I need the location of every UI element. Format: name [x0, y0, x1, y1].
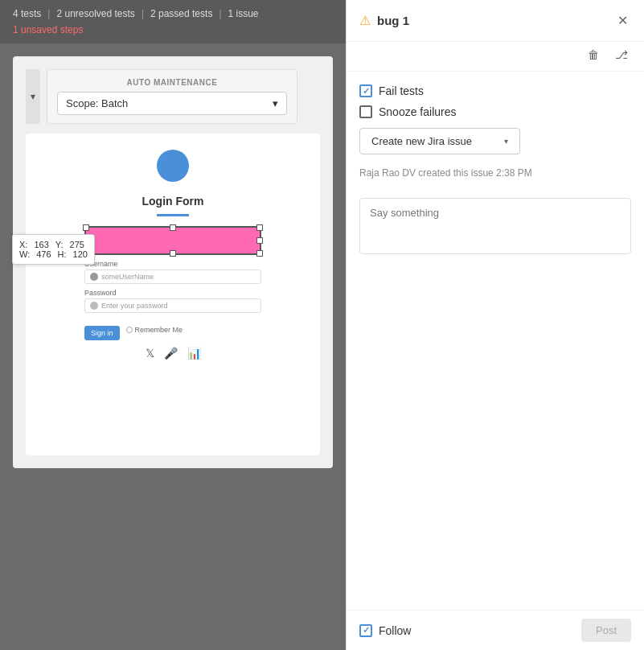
follow-row: ✓ Follow	[359, 624, 411, 637]
handle-top-left[interactable]	[83, 224, 89, 231]
y-label: Y:	[55, 240, 64, 249]
h-label: H:	[58, 249, 67, 259]
sign-in-button[interactable]: Sign in	[84, 326, 120, 340]
handle-top-right[interactable]	[256, 224, 263, 231]
snooze-checkbox[interactable]	[359, 105, 372, 118]
username-value: someUserName	[101, 273, 154, 281]
fail-tests-label: Fail tests	[379, 84, 424, 97]
delete-button[interactable]: 🗑	[585, 45, 602, 64]
main-canvas-area: 4 tests | 2 unresolved tests | 2 passed …	[0, 0, 346, 650]
toggle-arrow[interactable]: ▾	[26, 69, 40, 124]
scope-dropdown[interactable]: Scope: Batch ▾	[57, 92, 287, 115]
follow-label: Follow	[379, 624, 411, 637]
remember-me-checkbox[interactable]: Remember Me	[126, 326, 183, 334]
pink-selected-element[interactable]	[84, 226, 261, 255]
right-panel: ⚠ bug 1 ✕ 🗑 ⎇ ✓ Fail tests Snooze fa	[346, 0, 644, 650]
username-field[interactable]: someUserName	[84, 269, 261, 284]
blue-circle-element	[157, 150, 189, 182]
canvas-area: ▾ AUTO MAINTENANCE Scope: Batch ▾ Login …	[13, 56, 333, 468]
checkmark-icon: ✓	[363, 86, 370, 97]
password-label: Password	[84, 289, 261, 297]
scope-value: Scope: Batch	[66, 97, 128, 109]
jira-button-label: Create new Jira issue	[371, 135, 472, 147]
panel-content: ✓ Fail tests Snooze failures Create new …	[347, 72, 644, 610]
created-time: 2:38 PM	[496, 167, 532, 179]
created-info: Raja Rao DV created this issue 2:38 PM	[359, 167, 631, 179]
remember-me-label: Remember Me	[135, 326, 183, 334]
passed-count: 2 passed tests	[150, 8, 212, 19]
close-button[interactable]: ✕	[614, 10, 631, 31]
panel-title-area: ⚠ bug 1	[359, 13, 409, 28]
design-canvas: Login Form X: 163 Y: 275 W:	[26, 134, 320, 455]
follow-checkmark-icon: ✓	[363, 625, 370, 636]
auto-maintenance-label: AUTO MAINTENANCE	[57, 78, 287, 87]
selected-element-wrapper: X: 163 Y: 275 W: 476 H: 120	[84, 226, 261, 255]
password-field-icon	[90, 302, 98, 310]
twitter-icon[interactable]: 𝕏	[146, 347, 154, 360]
handle-bottom-center[interactable]	[170, 250, 176, 257]
panel-actions: ✕	[614, 10, 631, 31]
snooze-row: Snooze failures	[359, 105, 631, 118]
secondary-actions: 🗑 ⎇	[347, 42, 644, 72]
chart-icon[interactable]: 📊	[187, 347, 201, 360]
password-field[interactable]: Enter your password	[84, 298, 261, 313]
post-button[interactable]: Post	[581, 619, 631, 642]
created-text: Raja Rao DV created this issue	[359, 167, 494, 179]
w-label: W:	[19, 249, 30, 259]
share-icon: ⎇	[615, 48, 628, 61]
post-label: Post	[596, 624, 617, 636]
password-placeholder: Enter your password	[101, 302, 168, 310]
fail-tests-row: ✓ Fail tests	[359, 84, 631, 97]
user-field-icon	[90, 273, 98, 281]
w-value: 476	[36, 249, 51, 259]
fail-tests-checkbox[interactable]: ✓	[359, 84, 372, 97]
x-value: 163	[34, 240, 48, 249]
unresolved-count: 2 unresolved tests	[56, 8, 134, 19]
close-icon: ✕	[617, 14, 628, 27]
handle-middle-right[interactable]	[256, 237, 263, 244]
mic-icon[interactable]: 🎤	[164, 347, 178, 360]
unsaved-steps: 1 unsaved steps	[13, 24, 333, 35]
snooze-label: Snooze failures	[379, 105, 457, 118]
selection-handles	[86, 228, 260, 253]
handle-bottom-right[interactable]	[256, 250, 263, 257]
chevron-down-icon: ▾	[273, 97, 278, 109]
login-form-mockup: Login Form X: 163 Y: 275 W:	[84, 195, 261, 360]
panel-footer: ✓ Follow Post	[347, 610, 644, 650]
comment-textarea[interactable]	[359, 198, 631, 254]
y-value: 275	[70, 240, 84, 249]
username-label: Username	[84, 260, 261, 268]
tests-count: 4 tests	[13, 8, 41, 19]
jira-chevron-icon: ▾	[504, 137, 508, 146]
stats-bar: 4 tests | 2 unresolved tests | 2 passed …	[0, 0, 346, 43]
coordinate-tooltip: X: 163 Y: 275 W: 476 H: 120	[12, 234, 95, 265]
panel-title: bug 1	[377, 14, 409, 27]
issues-count: 1 issue	[228, 8, 259, 19]
follow-checkbox[interactable]: ✓	[359, 624, 372, 637]
delete-icon: 🗑	[588, 48, 599, 61]
share-button[interactable]: ⎇	[612, 45, 631, 64]
social-icons: 𝕏 🎤 📊	[84, 347, 261, 360]
handle-top-center[interactable]	[170, 224, 176, 231]
form-title-underline	[157, 214, 189, 216]
login-form-title: Login Form	[84, 195, 261, 208]
panel-header: ⚠ bug 1 ✕	[347, 0, 644, 42]
h-value: 120	[73, 249, 88, 259]
remember-me-radio	[126, 327, 133, 333]
warning-icon: ⚠	[359, 13, 371, 28]
jira-button[interactable]: Create new Jira issue ▾	[359, 128, 520, 154]
x-label: X:	[19, 240, 27, 249]
auto-maintenance-panel: AUTO MAINTENANCE Scope: Batch ▾	[47, 69, 297, 124]
